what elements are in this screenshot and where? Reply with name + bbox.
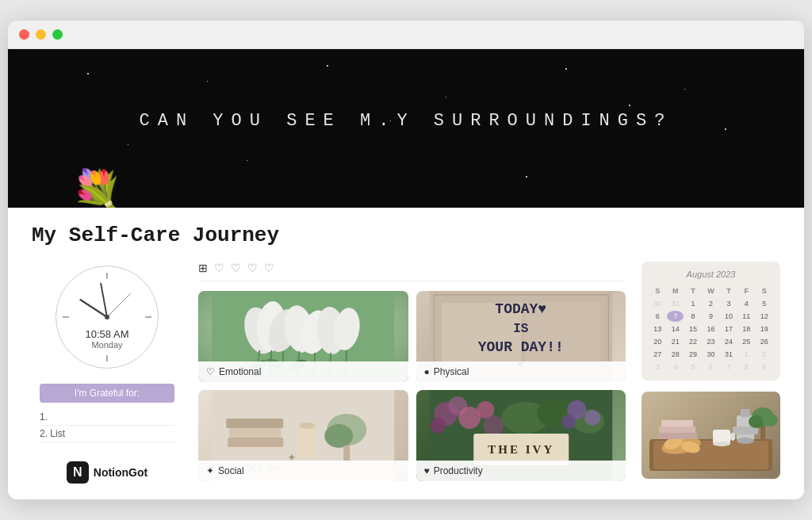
titlebar bbox=[8, 21, 804, 49]
svg-rect-71 bbox=[657, 433, 697, 439]
right-sidebar: August 2023 S M T W T F S 30 31 1 bbox=[642, 262, 780, 484]
svg-rect-72 bbox=[659, 426, 695, 433]
gallery-card-social[interactable]: ✦ ✦ LIFE GOES ON ✦ Social bbox=[198, 390, 408, 481]
calendar-widget: August 2023 S M T W T F S 30 31 1 bbox=[642, 262, 780, 380]
cal-day-19[interactable]: 19 bbox=[756, 323, 772, 335]
cal-day-11[interactable]: 11 bbox=[738, 311, 754, 322]
card-label-emotional: ♡ Emotional bbox=[198, 361, 408, 382]
hero-title: CAN YOU SEE M.Y SURROUNDINGS? bbox=[140, 111, 673, 131]
clock-widget: 10:58 AM Monday bbox=[52, 262, 163, 373]
cal-day-25[interactable]: 25 bbox=[738, 336, 754, 347]
gallery-card-productivity[interactable]: THE IVY ♥ Productivity bbox=[416, 390, 626, 481]
grateful-item-2: 2. List bbox=[40, 426, 174, 442]
main-layout: 10:58 AM Monday I'm Grateful for: 1. 2. … bbox=[32, 262, 780, 484]
filter-icon-1[interactable]: ♡ bbox=[214, 262, 224, 274]
cal-day-6b[interactable]: 6 bbox=[703, 361, 718, 373]
main-content: My Self-Care Journey bbox=[8, 208, 804, 499]
app-window: CAN YOU SEE M.Y SURROUNDINGS? 💐 My Self-… bbox=[8, 21, 804, 499]
cal-day-9b[interactable]: 9 bbox=[756, 361, 772, 373]
svg-point-52 bbox=[561, 415, 576, 429]
card-icon-social: ✦ bbox=[206, 465, 214, 476]
cal-day-6[interactable]: 6 bbox=[649, 311, 665, 322]
card-label-physical: ● Physical bbox=[416, 361, 626, 382]
grid-view-icon[interactable]: ⊞ bbox=[198, 262, 208, 274]
svg-point-62 bbox=[713, 442, 730, 446]
card-icon-emotional: ♡ bbox=[206, 366, 215, 377]
clock-center: 10:58 AM Monday bbox=[56, 266, 158, 368]
cal-day-26[interactable]: 26 bbox=[756, 336, 772, 347]
cal-day-3[interactable]: 3 bbox=[721, 298, 737, 309]
cal-day-31[interactable]: 31 bbox=[667, 298, 683, 309]
cal-header-f: F bbox=[738, 285, 754, 296]
cal-day-22[interactable]: 22 bbox=[685, 336, 701, 347]
cal-day-16[interactable]: 16 bbox=[703, 323, 718, 335]
cal-day-5[interactable]: 5 bbox=[756, 298, 772, 309]
cal-day-21[interactable]: 21 bbox=[667, 336, 683, 347]
cal-day-2b[interactable]: 2 bbox=[756, 349, 772, 360]
cal-day-4b[interactable]: 4 bbox=[667, 361, 683, 373]
cal-day-13[interactable]: 13 bbox=[649, 323, 665, 335]
cal-day-3b[interactable]: 3 bbox=[649, 361, 665, 373]
cal-day-1[interactable]: 1 bbox=[685, 298, 701, 309]
filter-icon-2[interactable]: ♡ bbox=[231, 262, 241, 274]
cal-day-24[interactable]: 24 bbox=[721, 336, 737, 347]
gallery-grid: ♡ Emotional bbox=[198, 291, 626, 481]
svg-rect-63 bbox=[730, 433, 735, 441]
svg-point-70 bbox=[762, 414, 778, 426]
grateful-widget: I'm Grateful for: 1. 2. List bbox=[40, 384, 174, 442]
close-button[interactable] bbox=[19, 29, 29, 40]
filter-icon-3[interactable]: ♡ bbox=[247, 262, 258, 274]
card-text-physical: Physical bbox=[434, 366, 469, 377]
cal-day-4[interactable]: 4 bbox=[738, 298, 754, 309]
cal-day-15[interactable]: 15 bbox=[685, 323, 701, 335]
cal-day-28[interactable]: 28 bbox=[667, 349, 683, 360]
cal-day-29[interactable]: 29 bbox=[685, 349, 701, 360]
cal-day-17[interactable]: 17 bbox=[721, 323, 737, 335]
cal-day-12[interactable]: 12 bbox=[756, 311, 772, 322]
cal-day-7-today[interactable]: 7 bbox=[667, 311, 683, 322]
gallery-section: ⊞ ♡ ♡ ♡ ♡ bbox=[198, 262, 626, 484]
calendar-title: August 2023 bbox=[649, 270, 772, 279]
calendar-grid: S M T W T F S 30 31 1 2 3 4 5 bbox=[649, 285, 772, 373]
svg-point-46 bbox=[483, 415, 504, 436]
left-sidebar: 10:58 AM Monday I'm Grateful for: 1. 2. … bbox=[32, 262, 182, 484]
cal-header-s: S bbox=[649, 285, 665, 296]
clock-face: 10:58 AM Monday bbox=[56, 266, 159, 369]
notion-label: NotionGot bbox=[94, 466, 147, 479]
cal-day-9[interactable]: 9 bbox=[703, 311, 718, 322]
cal-header-t1: T bbox=[685, 285, 701, 296]
svg-rect-73 bbox=[661, 420, 693, 426]
minimize-button[interactable] bbox=[36, 29, 46, 40]
cal-day-20[interactable]: 20 bbox=[649, 336, 665, 347]
cal-header-m: M bbox=[667, 285, 683, 296]
maximize-button[interactable] bbox=[52, 29, 63, 40]
cal-day-5b[interactable]: 5 bbox=[685, 361, 701, 373]
svg-rect-59 bbox=[741, 409, 750, 417]
svg-point-60 bbox=[737, 438, 754, 444]
card-text-social: Social bbox=[218, 465, 244, 476]
cal-day-23[interactable]: 23 bbox=[703, 336, 718, 347]
card-text-productivity: Productivity bbox=[434, 465, 483, 476]
cal-day-27[interactable]: 27 bbox=[649, 349, 665, 360]
cal-day-10[interactable]: 10 bbox=[721, 311, 737, 322]
gallery-card-physical[interactable]: TODAY♥ IS YOUR DAY!! ♥ ● Physical bbox=[416, 291, 626, 382]
cal-day-8[interactable]: 8 bbox=[685, 311, 701, 322]
cal-day-8b[interactable]: 8 bbox=[738, 361, 754, 373]
svg-point-51 bbox=[584, 410, 600, 426]
cal-day-2[interactable]: 2 bbox=[703, 298, 718, 309]
tray-svg bbox=[642, 392, 780, 479]
card-label-social: ✦ Social bbox=[198, 461, 408, 481]
cal-day-31b[interactable]: 31 bbox=[721, 349, 737, 360]
cal-day-7b[interactable]: 7 bbox=[721, 361, 737, 373]
tray-illustration bbox=[642, 392, 780, 479]
cal-day-14[interactable]: 14 bbox=[667, 323, 683, 335]
cal-day-30b[interactable]: 30 bbox=[703, 349, 718, 360]
cal-day-18[interactable]: 18 bbox=[738, 323, 754, 335]
cal-day-1b[interactable]: 1 bbox=[738, 349, 754, 360]
card-icon-physical: ● bbox=[424, 366, 430, 377]
notion-logo: N bbox=[67, 461, 89, 484]
card-label-productivity: ♥ Productivity bbox=[416, 461, 626, 481]
filter-icon-4[interactable]: ♡ bbox=[264, 262, 274, 274]
cal-day-30[interactable]: 30 bbox=[649, 298, 665, 309]
gallery-card-emotional[interactable]: ♡ Emotional bbox=[198, 291, 408, 382]
